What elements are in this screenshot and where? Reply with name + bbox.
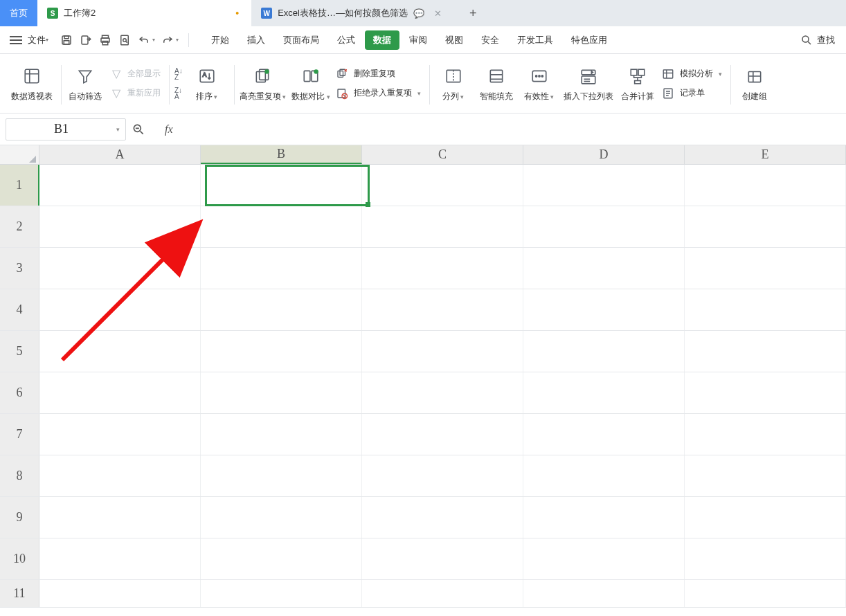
zoom-icon[interactable] [132, 123, 165, 136]
cell[interactable] [201, 580, 362, 607]
autofilter-button[interactable]: 自动筛选 [66, 58, 104, 109]
cell[interactable] [685, 289, 846, 330]
save-button[interactable] [57, 31, 75, 49]
cell[interactable] [685, 248, 846, 289]
create-group-button[interactable]: 创建组 [736, 58, 773, 109]
split-col-button[interactable]: 分列 [435, 58, 472, 109]
undo-button[interactable] [135, 31, 153, 49]
tab-home[interactable]: 首页 [0, 0, 37, 26]
cell[interactable] [39, 248, 201, 289]
row-header-9[interactable]: 9 [0, 497, 39, 538]
ribbon-tab-view[interactable]: 视图 [437, 30, 471, 50]
row-header-3[interactable]: 3 [0, 248, 39, 289]
col-header-A[interactable]: A [39, 145, 201, 164]
show-all-button[interactable]: ▽ 全部显示 [109, 66, 161, 82]
cell[interactable] [685, 165, 846, 206]
cell[interactable] [362, 165, 523, 206]
cell[interactable] [201, 165, 362, 206]
cell[interactable] [201, 289, 362, 330]
cell[interactable] [201, 414, 362, 455]
cell[interactable] [362, 497, 523, 538]
cell[interactable] [201, 538, 362, 579]
fx-icon[interactable]: fx [165, 123, 173, 136]
reapply-button[interactable]: ▽ 重新应用 [109, 86, 161, 101]
cell[interactable] [523, 206, 685, 247]
cell[interactable] [39, 497, 201, 538]
cell[interactable] [685, 206, 846, 247]
ribbon-tab-formula[interactable]: 公式 [329, 30, 363, 50]
remove-dup-button[interactable]: 删除重复项 [336, 66, 421, 82]
col-header-E[interactable]: E [685, 145, 846, 164]
col-header-B[interactable]: B [201, 145, 362, 164]
row-header-1[interactable]: 1 [0, 165, 39, 206]
sort-button[interactable]: A 排序 [188, 58, 226, 109]
tab-excel-tutorial[interactable]: W Excel表格技…—如何按颜色筛选 💬 ✕ [251, 0, 458, 26]
name-box-input[interactable] [6, 122, 116, 136]
sort-desc-icon[interactable]: Z↓A [174, 87, 183, 100]
ribbon-tab-dev[interactable]: 开发工具 [509, 30, 561, 50]
cell[interactable] [685, 580, 846, 607]
cell[interactable] [685, 414, 846, 455]
ribbon-tab-security[interactable]: 安全 [473, 30, 507, 50]
name-box[interactable]: ▾ [6, 118, 126, 141]
highlight-dup-button[interactable]: 高亮重复项 [240, 58, 287, 109]
export-button[interactable] [77, 31, 95, 49]
ribbon-tab-review[interactable]: 审阅 [401, 30, 435, 50]
deny-dup-button[interactable]: 拒绝录入重复项 [336, 86, 421, 101]
row-header-2[interactable]: 2 [0, 206, 39, 247]
redo-caret-icon[interactable]: ▾ [176, 37, 179, 43]
cell[interactable] [362, 414, 523, 455]
cell[interactable] [685, 455, 846, 496]
row-header-8[interactable]: 8 [0, 455, 39, 496]
cell[interactable] [523, 538, 685, 579]
undo-caret-icon[interactable]: ▾ [152, 37, 155, 43]
col-header-C[interactable]: C [362, 145, 523, 164]
redo-button[interactable] [159, 31, 177, 49]
validity-button[interactable]: 有效性 [521, 58, 558, 109]
row-header-5[interactable]: 5 [0, 331, 39, 372]
cell[interactable] [39, 165, 201, 206]
cell[interactable] [39, 206, 201, 247]
cell[interactable] [685, 538, 846, 579]
cell[interactable] [523, 497, 685, 538]
data-compare-button[interactable]: 数据对比 [291, 58, 330, 109]
cell[interactable] [523, 580, 685, 607]
record-form-button[interactable]: 记录单 [662, 86, 722, 101]
cell[interactable] [685, 331, 846, 372]
cell[interactable] [362, 372, 523, 413]
cell[interactable] [523, 331, 685, 372]
row-header-7[interactable]: 7 [0, 414, 39, 455]
hamburger-icon[interactable] [10, 36, 22, 44]
cell[interactable] [201, 206, 362, 247]
cell[interactable] [523, 165, 685, 206]
cell[interactable] [362, 455, 523, 496]
insert-dropdown-button[interactable]: 插入下拉列表 [564, 58, 613, 109]
ribbon-tab-data[interactable]: 数据 [365, 30, 399, 50]
col-header-D[interactable]: D [523, 145, 685, 164]
cell[interactable] [362, 206, 523, 247]
cell[interactable] [685, 372, 846, 413]
cell[interactable] [362, 331, 523, 372]
cell[interactable] [523, 372, 685, 413]
name-box-caret-icon[interactable]: ▾ [116, 126, 120, 133]
row-header-6[interactable]: 6 [0, 372, 39, 413]
cell[interactable] [39, 538, 201, 579]
ribbon-tab-start[interactable]: 开始 [203, 30, 237, 50]
ribbon-tab-special[interactable]: 特色应用 [563, 30, 615, 50]
cell[interactable] [685, 497, 846, 538]
cell[interactable] [523, 455, 685, 496]
consolidate-button[interactable]: 合并计算 [619, 58, 656, 109]
cell[interactable] [523, 248, 685, 289]
search-button[interactable]: 查找 [800, 34, 835, 46]
cell[interactable] [362, 289, 523, 330]
pivot-table-button[interactable]: 数据透视表 [11, 58, 53, 109]
cell[interactable] [362, 538, 523, 579]
cell[interactable] [39, 414, 201, 455]
cell[interactable] [39, 580, 201, 607]
whatif-button[interactable]: 模拟分析 [662, 66, 722, 82]
ribbon-tab-layout[interactable]: 页面布局 [275, 30, 327, 50]
cell[interactable] [39, 289, 201, 330]
cell[interactable] [201, 372, 362, 413]
cell[interactable] [39, 455, 201, 496]
cell[interactable] [201, 331, 362, 372]
